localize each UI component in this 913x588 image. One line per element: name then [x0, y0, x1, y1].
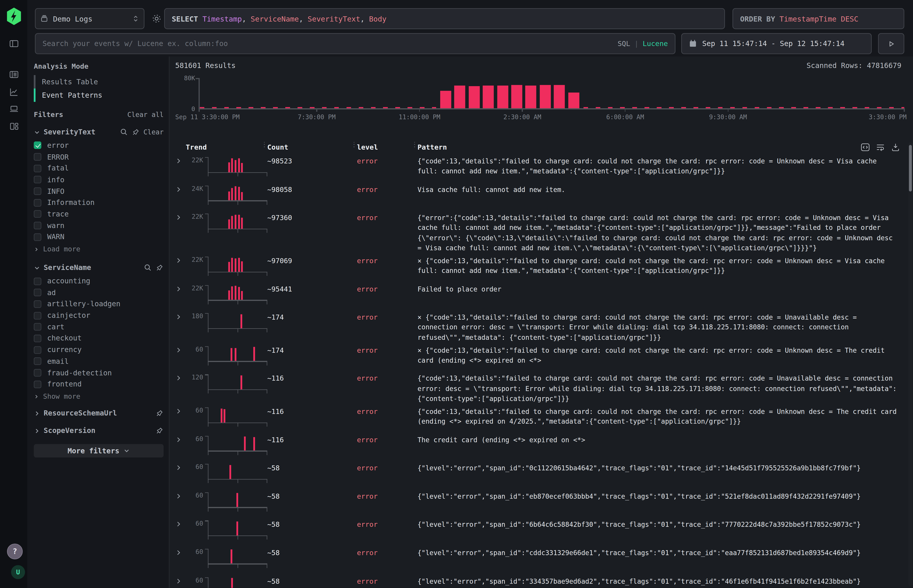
column-header-pattern[interactable]: Pattern [418, 143, 447, 152]
more-filters-button[interactable]: More filters [34, 444, 164, 457]
checkbox[interactable] [34, 369, 41, 376]
row-expand-chevron-icon[interactable] [175, 284, 186, 292]
filter-option[interactable]: warn [34, 220, 164, 231]
table-row[interactable]: 180 ~174 error × {"code":13,"details":"f… [175, 312, 913, 345]
pattern-cell[interactable]: {"code":13,"details":"failed to charge c… [418, 156, 913, 179]
checkbox[interactable] [34, 165, 41, 172]
checkbox[interactable] [34, 346, 41, 354]
clear-all-filters-link[interactable]: Clear all [128, 111, 164, 119]
row-expand-chevron-icon[interactable] [175, 463, 186, 471]
checkbox[interactable] [34, 233, 41, 241]
show-more-link[interactable]: Show more [34, 391, 164, 402]
checkbox[interactable] [34, 357, 41, 365]
view-source-icon[interactable] [861, 142, 870, 152]
row-expand-chevron-icon[interactable] [175, 255, 186, 263]
checkbox[interactable] [34, 323, 41, 331]
sessions-icon[interactable] [9, 103, 19, 114]
table-scrollbar[interactable] [908, 142, 912, 586]
filter-group-scopeversion[interactable]: ScopeVersion [34, 425, 164, 436]
source-selector[interactable]: Demo Logs [35, 8, 144, 29]
pattern-cell[interactable]: {"level":"error","span_id":"6b64c6c58842… [418, 519, 913, 532]
pattern-cell[interactable]: {"error":{"code":13,"details":"failed to… [418, 213, 913, 256]
scrollbar-thumb[interactable] [909, 145, 912, 191]
mode-results-table[interactable]: Results Table [34, 75, 164, 89]
table-row[interactable]: 60 ~58 error {"level":"error","span_id":… [175, 463, 913, 491]
row-expand-chevron-icon[interactable] [175, 406, 186, 414]
checkbox[interactable] [34, 222, 41, 229]
user-avatar[interactable]: U [11, 565, 25, 579]
pattern-cell[interactable]: Failed to place order [418, 284, 913, 297]
checkbox[interactable] [34, 142, 41, 149]
filter-option[interactable]: currency [34, 344, 164, 355]
filter-group-servicename[interactable]: ServiceName [34, 262, 164, 273]
download-icon[interactable] [891, 142, 900, 152]
pattern-cell[interactable]: The credit card (ending <*> expired on <… [418, 435, 913, 447]
pattern-cell[interactable]: {"code":13,"details":"failed to charge c… [418, 373, 913, 406]
row-expand-chevron-icon[interactable] [175, 184, 186, 192]
table-row[interactable]: 24K ~98058 error Visa cache full: cannot… [175, 184, 913, 213]
row-expand-chevron-icon[interactable] [175, 373, 186, 381]
filter-option[interactable]: accounting [34, 275, 164, 287]
pin-icon[interactable] [155, 426, 164, 435]
table-row[interactable]: 60 ~116 error The credit card (ending <*… [175, 435, 913, 463]
column-header-count[interactable]: Count [267, 143, 288, 152]
checkbox[interactable] [34, 334, 41, 342]
dashboards-icon[interactable] [9, 121, 19, 131]
checkbox[interactable] [34, 199, 41, 207]
run-query-button[interactable] [878, 33, 904, 54]
filter-option[interactable]: cart [34, 321, 164, 333]
mode-event-patterns[interactable]: Event Patterns [34, 89, 164, 102]
filter-option[interactable]: fraud-detection [34, 367, 164, 378]
pin-icon[interactable] [132, 128, 140, 136]
toggle-sql[interactable]: SQL [618, 40, 630, 48]
column-resize-grip[interactable]: ⋮ [351, 142, 353, 153]
filter-option[interactable]: ad [34, 287, 164, 299]
search-input[interactable]: Search your events w/ Lucene ex. column:… [35, 33, 675, 54]
row-expand-chevron-icon[interactable] [175, 435, 186, 443]
column-resize-grip[interactable]: ⋮ [261, 142, 263, 153]
checkbox[interactable] [34, 312, 41, 319]
column-header-trend[interactable]: Trend [186, 143, 207, 152]
pin-icon[interactable] [155, 264, 164, 272]
search-logs-icon[interactable] [9, 69, 19, 80]
checkbox[interactable] [34, 289, 41, 296]
pattern-cell[interactable]: × {"code":13,"details":"failed to charge… [418, 345, 913, 368]
checkbox[interactable] [34, 176, 41, 183]
order-by-input[interactable]: ORDER BY TimestampTime DESC [732, 8, 904, 29]
pattern-cell[interactable]: {"level":"error","span_id":"eb870ecef063… [418, 491, 913, 504]
filter-option[interactable]: WARN [34, 231, 164, 243]
table-row[interactable]: 60 ~58 error {"level":"error","span_id":… [175, 576, 913, 588]
row-expand-chevron-icon[interactable] [175, 156, 186, 164]
chart-explorer-icon[interactable] [9, 87, 19, 97]
filter-option[interactable]: cainjector [34, 310, 164, 321]
table-row[interactable]: 60 ~58 error {"level":"error","span_id":… [175, 519, 913, 548]
row-expand-chevron-icon[interactable] [175, 312, 186, 320]
column-header-level[interactable]: level [357, 143, 378, 152]
pattern-cell[interactable]: {"code":13,"details":"failed to charge c… [418, 406, 913, 429]
pattern-cell[interactable]: × {"code":13,"details":"failed to charge… [418, 312, 913, 345]
filter-option[interactable]: Information [34, 197, 164, 208]
pattern-cell[interactable]: {"level":"error","span_id":"0c11220615ba… [418, 463, 913, 476]
filter-option[interactable]: error [34, 140, 164, 151]
filter-option[interactable]: checkout [34, 333, 164, 344]
pattern-cell[interactable]: {"level":"error","span_id":"334357bae9ed… [418, 576, 913, 588]
filter-group-severitytext[interactable]: SeverityText Clear [34, 127, 164, 137]
table-row[interactable]: 60 ~58 error {"level":"error","span_id":… [175, 491, 913, 519]
filter-option[interactable]: email [34, 355, 164, 367]
row-expand-chevron-icon[interactable] [175, 548, 186, 556]
search-icon[interactable] [144, 264, 152, 272]
row-expand-chevron-icon[interactable] [175, 491, 186, 499]
table-row[interactable]: 60 ~174 error × {"code":13,"details":"fa… [175, 345, 913, 373]
checkbox[interactable] [34, 210, 41, 218]
row-expand-chevron-icon[interactable] [175, 519, 186, 527]
app-logo-icon[interactable] [6, 8, 22, 25]
search-icon[interactable] [120, 128, 128, 136]
load-more-link[interactable]: Load more [34, 244, 164, 254]
wrap-text-icon[interactable] [876, 142, 885, 152]
row-expand-chevron-icon[interactable] [175, 213, 186, 221]
collapse-sidebar-icon[interactable] [9, 38, 19, 49]
histogram-plot[interactable]: 80K 0 Sep 11 3:30:00 PM7:30:00 PM11:00:0… [199, 78, 904, 108]
row-expand-chevron-icon[interactable] [175, 345, 186, 353]
filter-option[interactable]: frontend [34, 378, 164, 390]
checkbox[interactable] [34, 153, 41, 160]
